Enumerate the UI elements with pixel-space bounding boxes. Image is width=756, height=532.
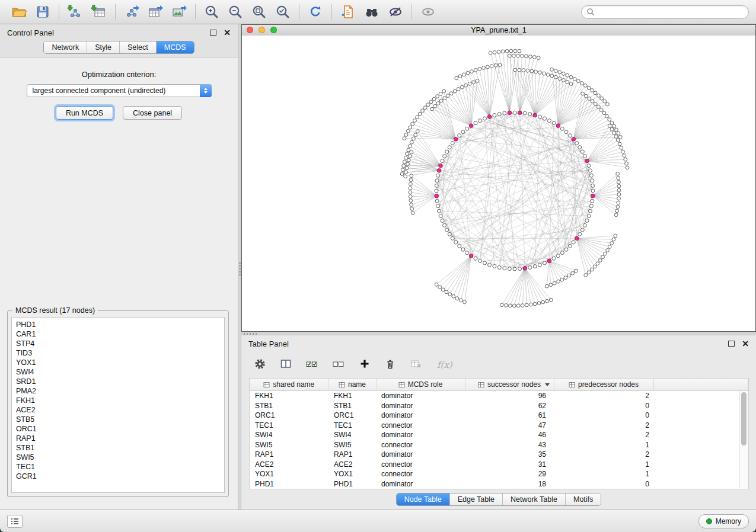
mcds-result-item[interactable]: RAP1 [16, 434, 220, 443]
memory-button[interactable]: Memory [698, 514, 749, 528]
sort-caret-icon[interactable] [545, 383, 550, 386]
mcds-result-item[interactable]: STB1 [16, 443, 220, 453]
show-panel-list-button[interactable] [7, 515, 23, 528]
hide-panels-button[interactable] [384, 3, 407, 21]
mcds-result-item[interactable]: SWI4 [16, 367, 220, 377]
column-header-mcds-role[interactable]: MCDS role [376, 379, 465, 391]
network-canvas[interactable] [242, 36, 755, 331]
table-row[interactable]: RAP1RAP1dominator352 [250, 450, 748, 460]
close-panel-action-button[interactable]: Close panel [123, 106, 182, 120]
export-network-icon [124, 4, 139, 20]
criterion-select[interactable]: largest connected component (undirected) [27, 84, 212, 97]
zoom-out-icon [228, 4, 243, 20]
minimize-window-icon[interactable] [259, 27, 265, 33]
table-scrollbar[interactable] [739, 391, 748, 488]
search-input[interactable] [597, 7, 744, 17]
split-columns-button[interactable] [280, 358, 291, 371]
table-row[interactable]: ACE2ACE2connector311 [250, 460, 748, 470]
table-row[interactable]: PHD1PHD1dominator180 [250, 479, 748, 489]
tab-select[interactable]: Select [119, 41, 156, 53]
mcds-result-item[interactable]: CAR1 [16, 329, 220, 339]
save-session-button[interactable] [31, 3, 55, 21]
table-row[interactable]: YOX1YOX1connector291 [250, 469, 748, 479]
mcds-result-list[interactable]: PHD1CAR1STP4TID3YOX1SWI4SRD1PMA2FKH1ACE2… [11, 317, 225, 493]
tab-network[interactable]: Network [44, 41, 87, 53]
tab-edge-table[interactable]: Edge Table [449, 493, 502, 505]
tab-motifs[interactable]: Motifs [565, 493, 601, 505]
toolbar-separator [299, 4, 299, 20]
close-panel-button[interactable]: ✕ [224, 28, 231, 37]
column-attribute-icon [398, 382, 405, 388]
mcds-result-item[interactable]: YOX1 [16, 358, 220, 367]
add-entry-button[interactable] [359, 358, 370, 371]
tab-node-table[interactable]: Node Table [397, 493, 449, 505]
mcds-result-item[interactable]: TEC1 [16, 462, 220, 472]
delete-table-icon [410, 358, 422, 369]
zoom-in-button[interactable] [200, 3, 224, 21]
mcds-result-item[interactable]: ACE2 [16, 405, 220, 415]
run-mcds-button[interactable]: Run MCDS [56, 106, 113, 120]
column-header-shared-name[interactable]: shared name [250, 379, 328, 391]
mcds-result-item[interactable]: PMA2 [16, 386, 220, 396]
mcds-result-item[interactable]: ORC1 [16, 424, 220, 434]
column-header-predecessor-nodes[interactable]: predecessor nodes [554, 379, 653, 391]
close-window-icon[interactable] [247, 27, 253, 33]
table-row[interactable]: STB1STB1dominator620 [250, 401, 748, 411]
trash-icon [385, 358, 395, 370]
function-builder-button[interactable]: f(x) [437, 360, 452, 370]
export-table-button[interactable] [143, 3, 167, 21]
criterion-selected-value: largest connected component (undirected) [33, 86, 166, 95]
table-row[interactable]: ORC1ORC1dominator610 [250, 411, 748, 421]
scrollbar-thumb[interactable] [741, 392, 747, 446]
zoom-selected-button[interactable] [271, 3, 295, 21]
zoom-out-button[interactable] [224, 3, 247, 21]
export-image-button[interactable] [167, 3, 191, 21]
tab-style[interactable]: Style [87, 41, 119, 53]
select-all-button[interactable] [306, 358, 318, 371]
close-table-panel-button[interactable]: ✕ [742, 339, 749, 348]
mcds-result-item[interactable]: TID3 [16, 348, 220, 358]
mcds-result-title: MCDS result (17 nodes) [12, 306, 98, 315]
zoom-fit-icon [251, 4, 267, 20]
network-window-titlebar[interactable]: YPA_prune.txt_1 [242, 25, 755, 36]
mcds-result-item[interactable]: PHD1 [16, 320, 220, 329]
export-network-button[interactable] [120, 3, 143, 21]
tab-network-table[interactable]: Network Table [502, 493, 565, 505]
control-panel: Control Panel ✕ NetworkStyleSelectMCDS O… [0, 24, 238, 509]
table-row[interactable]: FKH1FKH1dominator962 [250, 391, 748, 401]
delete-entry-button[interactable] [385, 358, 395, 372]
export-table-icon [148, 4, 163, 20]
toolbar-separator [331, 4, 332, 20]
mcds-result-item[interactable]: SRD1 [16, 377, 220, 386]
float-table-panel-button[interactable] [728, 341, 735, 347]
maximize-window-icon[interactable] [270, 27, 277, 33]
table-row[interactable]: SWI5SWI5connector431 [250, 440, 748, 450]
column-header-name[interactable]: name [328, 379, 376, 391]
zoom-in-icon [204, 4, 219, 20]
open-session-button[interactable] [7, 3, 31, 21]
column-header-successor-nodes[interactable]: successor nodes [465, 379, 554, 391]
mcds-result-item[interactable]: FKH1 [16, 396, 220, 405]
zoom-fit-button[interactable] [247, 3, 271, 21]
node-table: shared name name MCDS role successor nod… [249, 378, 749, 489]
table-row[interactable]: TEC1TEC1connector472 [250, 421, 748, 431]
mcds-result-item[interactable]: STB5 [16, 415, 220, 424]
network-graph[interactable] [242, 36, 755, 331]
search-field[interactable] [581, 5, 749, 19]
tab-mcds[interactable]: MCDS [156, 41, 194, 53]
mcds-result-item[interactable]: STP4 [16, 339, 220, 348]
show-eye-button[interactable] [416, 3, 440, 21]
float-panel-button[interactable] [210, 30, 216, 36]
export-document-button[interactable] [336, 3, 360, 21]
mcds-result-item[interactable]: GCR1 [16, 472, 220, 481]
import-table-button[interactable] [87, 3, 111, 21]
delete-table-button[interactable] [410, 358, 422, 371]
mcds-result-item[interactable]: SWI5 [16, 453, 220, 462]
node-table-body: FKH1FKH1dominator962STB1STB1dominator620… [250, 391, 748, 489]
deselect-all-button[interactable] [333, 358, 344, 371]
table-settings-button[interactable] [254, 358, 266, 372]
refresh-button[interactable] [304, 3, 327, 21]
import-network-button[interactable] [63, 3, 87, 21]
search-network-button[interactable] [360, 3, 384, 21]
table-row[interactable]: SWI4SWI4dominator462 [250, 430, 748, 440]
